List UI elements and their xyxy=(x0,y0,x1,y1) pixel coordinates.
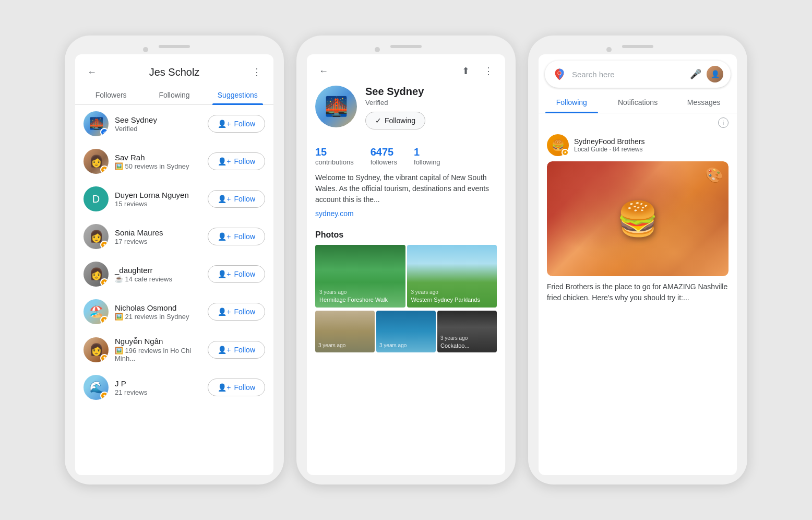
user-info: Duyen Lorna Nguyen 15 reviews xyxy=(115,191,201,208)
photo-cell[interactable]: 3 years ago xyxy=(315,311,375,352)
phone3-tabs: Following Notifications Messages xyxy=(539,92,737,113)
stat-value: 1 xyxy=(414,146,440,158)
info-icon[interactable]: i xyxy=(718,117,729,128)
verified-label: Verified xyxy=(365,99,497,107)
person-add-icon: 👤+ xyxy=(218,383,231,392)
stat-followers: 6475 followers xyxy=(371,146,397,166)
photo-cell[interactable]: 3 years ago Hermitage Foreshore Walk xyxy=(315,245,405,308)
phone1-tabs: Followers Following Suggestions xyxy=(75,86,273,105)
phone2-header: ← ⬆ ⋮ xyxy=(307,54,505,86)
user-info: Nguyễn Ngân 🖼️ 196 reviews in Ho Chi Min… xyxy=(115,337,201,362)
user-info: Nicholas Osmond 🖼️ 21 reviews in Sydney xyxy=(115,303,201,321)
suggestions-list: 🌉 ✓ See Sydney Verified 👤+ Follow 👩 ★ xyxy=(75,105,273,475)
stat-label: contributions xyxy=(315,158,354,166)
avatar: 👩 ★ xyxy=(83,224,109,249)
photo-cell[interactable]: 3 years ago Western Sydney Parklands xyxy=(407,245,497,308)
photo-cell[interactable]: 3 years ago xyxy=(376,311,436,352)
photo-label: Cockatoo... xyxy=(440,342,470,349)
phone-2: ← ⬆ ⋮ 🌉 See Sydney Verified ✓ Following xyxy=(296,36,516,484)
photo-bg: 3 years ago xyxy=(376,311,436,352)
user-sub: 🖼️ 50 reviews in Sydney xyxy=(115,162,201,170)
profile-link[interactable]: sydney.com xyxy=(307,209,505,226)
stat-following: 1 following xyxy=(414,146,440,166)
follow-button[interactable]: 👤+ Follow xyxy=(208,115,265,133)
profile-avatar: 🌉 xyxy=(315,86,357,127)
more-button[interactable]: ⋮ xyxy=(480,63,497,79)
user-sub: 17 reviews xyxy=(115,238,201,245)
user-avatar[interactable]: 👤 xyxy=(707,66,723,82)
mic-icon[interactable]: 🎤 xyxy=(690,68,701,80)
person-add-icon: 👤+ xyxy=(218,308,231,316)
local-guide-badge: ★ xyxy=(100,354,109,362)
share-button[interactable]: ⬆ xyxy=(457,63,474,79)
back-button[interactable]: ← xyxy=(315,63,332,79)
person-add-icon: 👤+ xyxy=(218,120,231,128)
back-button[interactable]: ← xyxy=(83,64,100,80)
follow-button[interactable]: 👤+ Follow xyxy=(208,152,265,170)
follow-label: Follow xyxy=(234,308,255,316)
user-info: J P 21 reviews xyxy=(115,379,201,396)
photo-bg: 3 years ago Western Sydney Parklands xyxy=(407,245,497,308)
photos-section: Photos 3 years ago Hermitage Foreshore W… xyxy=(307,226,505,352)
more-button[interactable]: ⋮ xyxy=(248,64,265,80)
follow-button[interactable]: 👤+ Follow xyxy=(208,228,265,245)
local-guide-badge: ★ xyxy=(100,241,109,249)
local-guide-badge: ★ xyxy=(100,316,109,324)
following-button[interactable]: ✓ Following xyxy=(365,112,425,129)
person-add-icon: 👤+ xyxy=(218,346,231,354)
stat-label: followers xyxy=(371,158,397,166)
user-name: Sav Rah xyxy=(115,153,201,162)
user-name: _daughterr xyxy=(115,266,201,275)
person-add-icon: 👤+ xyxy=(218,195,231,203)
tab-suggestions[interactable]: Suggestions xyxy=(206,86,269,104)
profile-info: See Sydney Verified ✓ Following xyxy=(365,86,497,129)
avatar: 👩 ★ xyxy=(83,262,109,287)
phone-2-screen: ← ⬆ ⋮ 🌉 See Sydney Verified ✓ Following xyxy=(307,54,505,475)
profile-bio: Welcome to Sydney, the vibrant capital o… xyxy=(307,172,505,209)
user-sub: 15 reviews xyxy=(115,200,201,208)
stat-contributions: 15 contributions xyxy=(315,146,354,166)
tab-notifications[interactable]: Notifications xyxy=(605,92,671,113)
user-sub: Verified xyxy=(115,125,201,133)
photo-bg: 3 years ago xyxy=(315,311,375,352)
photo-age: 3 years ago xyxy=(319,289,388,295)
phone1-header: ← Jes Scholz ⋮ xyxy=(75,54,273,86)
local-guide-badge: ★ xyxy=(562,149,569,156)
follow-label: Follow xyxy=(234,157,255,166)
list-item: 👩 ★ Sav Rah 🖼️ 50 reviews in Sydney 👤+ F… xyxy=(75,143,273,180)
person-add-icon: 👤+ xyxy=(218,232,231,241)
photo-cell[interactable]: 3 years ago Cockatoo... xyxy=(437,311,497,352)
follow-button[interactable]: 👤+ Follow xyxy=(208,190,265,208)
phone-1-screen: ← Jes Scholz ⋮ Followers Following Sugge… xyxy=(75,54,273,475)
follow-button[interactable]: 👤+ Follow xyxy=(208,341,265,359)
photos-title: Photos xyxy=(315,230,497,240)
page-title: Jes Scholz xyxy=(149,66,200,78)
tab-followers[interactable]: Followers xyxy=(79,86,142,104)
phone-3: Search here 🎤 👤 Following Notifications … xyxy=(528,36,747,484)
local-guide-badge: ★ xyxy=(100,392,109,400)
phone-camera xyxy=(375,47,380,52)
stat-value: 6475 xyxy=(371,146,397,158)
follow-button[interactable]: 👤+ Follow xyxy=(208,303,265,321)
user-info: _daughterr ☕ 14 cafe reviews xyxy=(115,266,201,283)
follow-button[interactable]: 👤+ Follow xyxy=(208,265,265,283)
phone-speaker xyxy=(390,45,422,48)
profile-name: See Sydney xyxy=(365,86,497,98)
list-item: 🏖️ ★ Nicholas Osmond 🖼️ 21 reviews in Sy… xyxy=(75,293,273,330)
follow-button[interactable]: 👤+ Follow xyxy=(208,379,265,396)
feed: i 🍔 ★ SydneyFood Brothers Local Guide · … xyxy=(539,113,737,475)
user-name: See Sydney xyxy=(115,115,201,124)
user-sub: ☕ 14 cafe reviews xyxy=(115,275,201,283)
search-input[interactable]: Search here xyxy=(572,70,685,79)
photo-info: 3 years ago Western Sydney Parklands xyxy=(411,289,480,303)
tab-following[interactable]: Following xyxy=(142,86,206,104)
photo-info: 3 years ago Cockatoo... xyxy=(440,335,470,349)
tab-messages[interactable]: Messages xyxy=(671,92,737,113)
list-item: 🌊 ★ J P 21 reviews 👤+ Follow xyxy=(75,369,273,406)
following-label: Following xyxy=(385,116,415,125)
profile-section: 🌉 See Sydney Verified ✓ Following xyxy=(307,86,505,138)
local-guide-badge: ★ xyxy=(100,166,109,174)
tab-following[interactable]: Following xyxy=(539,92,605,113)
stat-label: following xyxy=(414,158,440,166)
user-sub: 🖼️ 21 reviews in Sydney xyxy=(115,313,201,321)
